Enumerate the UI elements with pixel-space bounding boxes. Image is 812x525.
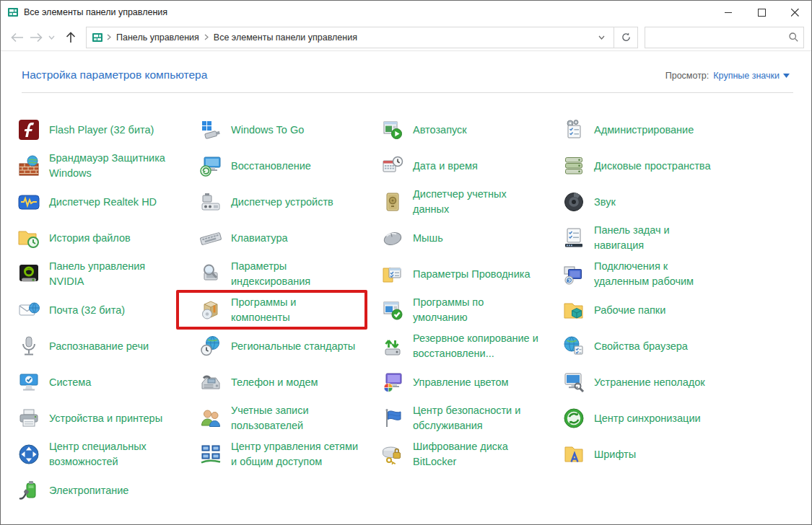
control-panel-item[interactable]: История файлов — [17, 220, 198, 256]
control-panel-item[interactable]: Свойства браузера — [562, 328, 746, 364]
phone-modem-icon — [198, 370, 223, 394]
control-panel-item[interactable]: Диспетчер устройств — [198, 184, 380, 220]
control-panel-item[interactable]: Шифрование диска BitLocker — [380, 436, 562, 472]
item-label: Программы и компоненты — [231, 295, 296, 325]
control-panel-item[interactable]: Диспетчер Realtek HD — [17, 184, 198, 220]
maximize-button[interactable] — [745, 1, 778, 24]
chevron-down-icon — [783, 74, 790, 78]
control-panel-item[interactable]: Центр синхронизации — [562, 400, 746, 436]
forward-icon[interactable] — [27, 28, 45, 47]
breadcrumb-all-items[interactable]: Все элементы панели управления — [212, 32, 359, 43]
item-label: Резервное копирование и восстановлени... — [413, 331, 538, 361]
network-sharing-center-icon — [198, 442, 223, 467]
date-time-icon — [380, 154, 405, 178]
item-label: Почта (32 бита) — [49, 303, 125, 318]
control-panel-item[interactable]: Центр управления сетями и общим доступом — [198, 436, 380, 472]
mail-icon — [17, 298, 41, 322]
control-panel-item[interactable]: Администрирование — [562, 112, 746, 148]
control-panel-item[interactable]: Программы по умолчанию — [380, 292, 562, 328]
control-panel-item[interactable]: Windows To Go — [198, 112, 380, 148]
item-label: Распознавание речи — [49, 339, 149, 354]
control-panel-item[interactable]: Рабочие папки — [562, 292, 746, 328]
device-manager-icon — [198, 190, 223, 214]
default-programs-icon — [380, 298, 405, 322]
item-label: Восстановление — [231, 159, 311, 174]
control-panel-item[interactable]: Диспетчер учетных данных — [380, 184, 562, 220]
address-dropdown-chevron-icon[interactable] — [593, 35, 611, 40]
realtek-hd-icon — [17, 190, 41, 214]
item-label: Диспетчер устройств — [231, 195, 333, 210]
item-label: Программы по умолчанию — [413, 295, 484, 325]
view-selector[interactable]: Крупные значки — [713, 71, 790, 81]
control-panel-item[interactable]: Панель управления NVIDIA — [17, 256, 198, 292]
sound-icon — [562, 190, 586, 214]
item-label: Параметры индексирования — [231, 259, 310, 289]
recent-locations-chevron-icon[interactable] — [45, 28, 57, 47]
address-bar[interactable]: Панель управления Все элементы панели уп… — [86, 27, 614, 48]
control-panel-item[interactable]: Автозапуск — [380, 112, 562, 148]
control-panel-item[interactable]: Система — [17, 364, 198, 400]
window-title: Все элементы панели управления — [24, 7, 167, 17]
control-panel-item[interactable]: Шрифты — [562, 436, 746, 472]
up-icon[interactable] — [61, 28, 80, 47]
page-title[interactable]: Настройка параметров компьютера — [22, 69, 207, 81]
security-maintenance-icon — [380, 406, 405, 431]
control-panel-item[interactable]: Устранение неполадок — [562, 364, 746, 400]
search-input[interactable] — [650, 32, 789, 43]
control-panel-item[interactable]: Дата и время — [380, 148, 562, 184]
item-label: Автозапуск — [413, 123, 467, 138]
control-panel-item[interactable]: Электропитание — [17, 472, 198, 508]
back-icon[interactable] — [8, 28, 27, 47]
control-panel-item[interactable]: Flash Player (32 бита) — [17, 112, 198, 148]
control-panel-item[interactable]: Восстановление — [198, 148, 380, 184]
control-panel-item[interactable]: Региональные стандарты — [198, 328, 380, 364]
control-panel-item[interactable]: Распознавание речи — [17, 328, 198, 364]
item-label: Центр специальных возможностей — [49, 439, 147, 469]
control-panel-item[interactable]: Подключения к удаленным рабочим — [562, 256, 746, 292]
view-control: Просмотр: Крупные значки — [665, 71, 790, 81]
control-panel-item[interactable]: Панель задач и навигация — [562, 220, 746, 256]
search-box[interactable] — [645, 27, 804, 48]
admin-tools-icon — [562, 118, 586, 142]
item-label: Дата и время — [413, 159, 478, 174]
item-label: Параметры Проводника — [413, 267, 530, 282]
minimize-button[interactable] — [712, 1, 745, 24]
close-button[interactable] — [778, 1, 811, 24]
control-panel-item[interactable]: Телефон и модем — [198, 364, 380, 400]
internet-options-icon — [562, 334, 586, 358]
items-column-2: Windows To GoВосстановлениеДиспетчер уст… — [198, 112, 380, 508]
divider — [22, 92, 793, 93]
item-label: Центр управления сетями и общим доступом — [231, 439, 358, 469]
storage-spaces-icon — [562, 154, 586, 178]
refresh-button[interactable] — [614, 27, 638, 48]
keyboard-icon — [198, 226, 223, 250]
control-panel-item[interactable]: Центр безопасности и обслуживания — [380, 400, 562, 436]
chevron-right-icon — [201, 34, 212, 40]
control-panel-item[interactable]: Клавиатура — [198, 220, 380, 256]
control-panel-item[interactable]: Управление цветом — [380, 364, 562, 400]
control-panel-item[interactable]: Звук — [562, 184, 746, 220]
items-column-4: АдминистрированиеДисковые пространстваЗв… — [562, 112, 746, 508]
indexing-options-icon — [198, 262, 223, 286]
control-panel-item[interactable]: Дисковые пространства — [562, 148, 746, 184]
breadcrumb-control-panel[interactable]: Панель управления — [115, 32, 201, 43]
nvidia-control-panel-icon — [17, 262, 41, 286]
item-label: История файлов — [49, 231, 131, 246]
control-panel-item[interactable]: Программы и компоненты — [198, 292, 380, 328]
control-panel-item[interactable]: Резервное копирование и восстановлени... — [380, 328, 562, 364]
control-panel-item[interactable]: Почта (32 бита) — [17, 292, 198, 328]
troubleshooting-icon — [562, 370, 586, 394]
devices-printers-icon — [17, 406, 41, 431]
control-panel-item[interactable]: Центр специальных возможностей — [17, 436, 198, 472]
control-panel-window: { "window_title": "Все элементы панели у… — [0, 0, 812, 525]
control-panel-item[interactable]: Мышь — [380, 220, 562, 256]
recovery-icon — [198, 154, 223, 178]
view-label: Просмотр: — [665, 71, 710, 81]
control-panel-item[interactable]: Брандмауэр Защитника Windows — [17, 148, 198, 184]
control-panel-item[interactable]: Устройства и принтеры — [17, 400, 198, 436]
control-panel-item[interactable]: Учетные записи пользователей — [198, 400, 380, 436]
item-label: Дисковые пространства — [594, 159, 710, 174]
control-panel-item[interactable]: Параметры индексирования — [198, 256, 380, 292]
item-label: Администрирование — [594, 123, 694, 138]
control-panel-item[interactable]: Параметры Проводника — [380, 256, 562, 292]
